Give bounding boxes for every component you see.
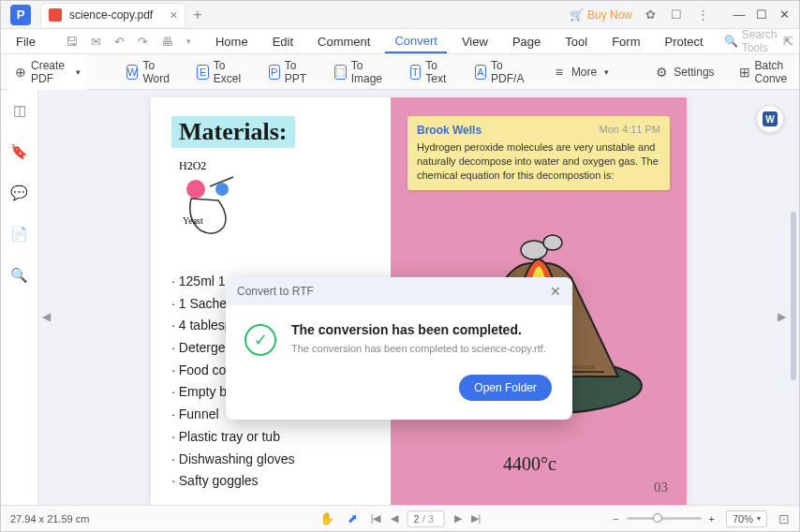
menu-protect[interactable]: Protect — [655, 31, 712, 52]
word-export-badge[interactable]: W — [756, 105, 784, 133]
select-tool-icon[interactable]: ⬈ — [348, 511, 358, 525]
maximize-button[interactable]: ☐ — [750, 2, 773, 28]
zoom-slider[interactable]: − + — [613, 513, 715, 525]
dialog-title: Convert to RTF — [237, 285, 314, 298]
print-icon[interactable]: 🖶 — [157, 35, 177, 49]
to-text-button[interactable]: TTo Text — [405, 55, 456, 89]
menubar: File 🖫 ✉ ↶ ↷ 🖶 ▾ Home Edit Comment Conve… — [1, 29, 799, 54]
list-item: · Plastic tray or tub — [171, 427, 372, 448]
svg-point-0 — [186, 180, 205, 199]
pdf-icon — [49, 8, 62, 22]
text-icon: T — [410, 65, 422, 80]
list-item: · Dishwashing gloves — [171, 450, 372, 470]
search-tools-input[interactable]: 🔍 Search Tools — [724, 28, 778, 54]
bookmarks-icon[interactable]: 🔖 — [10, 142, 29, 161]
close-tab-icon[interactable]: × — [170, 7, 177, 22]
flask-drawing: H2O2 Yeast — [171, 159, 372, 230]
menu-view[interactable]: View — [452, 31, 497, 52]
ppt-icon: P — [269, 65, 280, 80]
h2o2-label: H2O2 — [179, 159, 206, 173]
note-time: Mon 4:11 PM — [600, 124, 660, 137]
titlebar: P science-copy.pdf × + 🛒 Buy Now ✿ ☐ ⋮ —… — [1, 1, 799, 29]
note-body: Hydrogen peroxide molecules are very uns… — [417, 140, 660, 183]
more-icon: ≡ — [552, 65, 567, 80]
gear-icon: ⚙ — [654, 65, 669, 80]
note-author: Brook Wells — [417, 124, 481, 137]
image-icon: ⬚ — [334, 65, 346, 80]
page-dimensions: 27.94 x 21.59 cm — [10, 513, 89, 525]
workspace: ◫ 🔖 💬 📄 🔍 ◀ Materials: H2O2 Yeast — [1, 90, 799, 505]
word-icon: W — [126, 65, 138, 80]
document-tab[interactable]: science-copy.pdf × — [40, 3, 185, 27]
next-doc-icon[interactable]: ▶ — [778, 310, 786, 323]
to-image-button[interactable]: ⬚To Image — [329, 55, 391, 89]
comment-note[interactable]: Brook Wells Mon 4:11 PM Hydrogen peroxid… — [407, 116, 670, 190]
plus-icon: ⊕ — [15, 65, 26, 80]
zoom-in-button[interactable]: + — [709, 513, 715, 525]
temperature-label: 4400°c — [503, 453, 556, 475]
attachments-icon[interactable]: 📄 — [10, 225, 29, 244]
app-icon: P — [10, 5, 31, 25]
fit-page-icon[interactable]: ⊡ — [778, 511, 790, 526]
first-page-button[interactable]: |◀ — [371, 512, 381, 525]
batch-convert-button[interactable]: ⊞Batch Conve — [733, 55, 797, 89]
prev-page-button[interactable]: ◀ — [391, 512, 398, 525]
close-window-button[interactable]: ✕ — [773, 2, 795, 28]
menu-comment[interactable]: Comment — [308, 31, 379, 52]
zoom-out-button[interactable]: − — [613, 513, 618, 525]
materials-heading: Materials: — [171, 116, 295, 148]
minimize-button[interactable]: — — [728, 2, 750, 28]
vertical-scrollbar[interactable] — [791, 212, 796, 380]
create-pdf-button[interactable]: ⊕ Create PDF▾ — [8, 54, 87, 90]
zoom-percent-field[interactable]: 70% ▾ — [726, 510, 767, 527]
gift-icon[interactable]: ✿ — [642, 7, 659, 22]
convert-dialog: Convert to RTF ✕ ✓ The conversion has be… — [226, 277, 572, 420]
svg-point-4 — [543, 235, 562, 250]
last-page-button[interactable]: ▶| — [471, 512, 481, 525]
comments-icon[interactable]: 💬 — [10, 184, 29, 202]
next-page-button[interactable]: ▶ — [454, 512, 462, 525]
thumbnails-icon[interactable]: ◫ — [10, 101, 29, 120]
menu-tool[interactable]: Tool — [556, 31, 597, 52]
open-folder-button[interactable]: Open Folder — [459, 375, 552, 401]
buy-now-button[interactable]: 🛒 Buy Now — [570, 8, 632, 22]
list-item: · Safty goggles — [171, 471, 372, 492]
file-menu[interactable]: File — [8, 33, 43, 51]
word-icon: W — [763, 111, 778, 126]
mail-icon[interactable]: ✉ — [87, 35, 105, 49]
new-tab-button[interactable]: + — [193, 7, 201, 23]
to-word-button[interactable]: WTo Word — [121, 55, 178, 89]
menu-kebab-icon[interactable]: ⋮ — [694, 7, 711, 22]
save-icon[interactable]: 🖫 — [62, 35, 81, 49]
excel-icon: E — [197, 65, 208, 80]
success-check-icon: ✓ — [244, 324, 276, 356]
page-navigation: |◀ ◀ 2 / 3 ▶ ▶| — [371, 510, 481, 527]
dialog-heading: The conversion has been completed. — [291, 322, 546, 337]
menu-home[interactable]: Home — [206, 31, 258, 52]
undo-icon[interactable]: ↶ — [111, 35, 128, 49]
left-sidebar: ◫ 🔖 💬 📄 🔍 — [1, 90, 38, 505]
more-button[interactable]: ≡More▾ — [546, 61, 615, 83]
search-icon[interactable]: 🔍 — [10, 266, 29, 285]
dialog-message: The conversion has been completed to sci… — [291, 343, 546, 354]
page-number: 03 — [654, 480, 668, 495]
page-number-field[interactable]: 2 / 3 — [407, 510, 445, 527]
to-pdfa-button[interactable]: ATo PDF/A — [469, 55, 533, 89]
convert-toolbar: ⊕ Create PDF▾ WTo Word ETo Excel PTo PPT… — [1, 54, 799, 90]
to-excel-button[interactable]: ETo Excel — [191, 55, 249, 89]
notification-icon[interactable]: ☐ — [668, 7, 685, 22]
menu-form[interactable]: Form — [602, 31, 649, 52]
hand-tool-icon[interactable]: ✋ — [319, 511, 334, 525]
batch-icon: ⊞ — [739, 65, 750, 80]
pdfa-icon: A — [475, 65, 487, 80]
svg-point-1 — [215, 183, 229, 196]
menu-page[interactable]: Page — [503, 31, 550, 52]
menu-convert[interactable]: Convert — [385, 30, 447, 53]
redo-icon[interactable]: ↷ — [134, 35, 152, 49]
menu-edit[interactable]: Edit — [263, 31, 303, 52]
settings-button[interactable]: ⚙Settings — [648, 61, 719, 83]
print-dropdown-icon[interactable]: ▾ — [183, 37, 195, 46]
dialog-close-button[interactable]: ✕ — [550, 284, 561, 299]
to-ppt-button[interactable]: PTo PPT — [263, 55, 316, 89]
share-icon[interactable]: ⇱ — [783, 35, 793, 49]
